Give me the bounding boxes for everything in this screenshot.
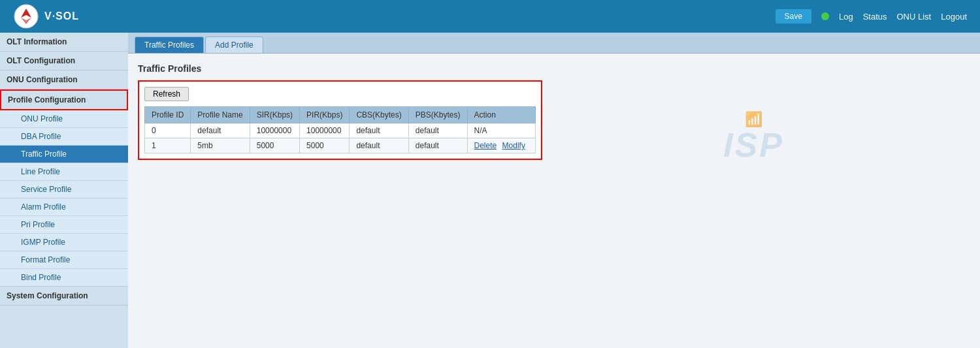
sidebar-item-format-profile[interactable]: Format Profile: [0, 251, 128, 269]
tab-add-profile[interactable]: Add Profile: [205, 37, 263, 53]
traffic-profiles-table-container: Refresh Profile ID Profile Name SIR(Kbps…: [138, 80, 542, 160]
delete-link[interactable]: Delete: [474, 141, 497, 150]
table-row: 0 default 10000000 10000000 default defa…: [145, 123, 536, 138]
sidebar-item-alarm-profile[interactable]: Alarm Profile: [0, 198, 128, 216]
modify-link[interactable]: Modify: [502, 141, 525, 150]
status-link[interactable]: Status: [863, 12, 887, 22]
cell-pir: 10000000: [300, 123, 350, 138]
cell-profile-name: 5mb: [191, 138, 250, 153]
sidebar-item-igmp-profile[interactable]: IGMP Profile: [0, 234, 128, 251]
cell-sir: 10000000: [250, 123, 299, 138]
cell-profile-id: 1: [145, 138, 191, 153]
col-header-pbs: PBS(Kbytes): [408, 107, 467, 123]
col-header-sir: SIR(Kbps): [250, 107, 299, 123]
section-title: Traffic Profiles: [138, 63, 970, 74]
vsol-logo: [13, 3, 39, 29]
log-link[interactable]: Log: [839, 12, 853, 22]
col-header-action: Action: [467, 107, 535, 123]
sidebar-item-traffic-profile[interactable]: Traffic Profile: [0, 146, 128, 163]
sidebar-item-service-profile[interactable]: Service Profile: [0, 181, 128, 198]
brand-name: V·SOL: [44, 10, 79, 22]
top-right-nav: Save Log Status ONU List Logout: [776, 9, 967, 24]
top-header: V·SOL Save Log Status ONU List Logout: [0, 0, 980, 33]
save-button[interactable]: Save: [776, 9, 811, 24]
cell-action: Delete Modify: [467, 138, 535, 153]
main-layout: OLT Information OLT Configuration ONU Co…: [0, 33, 980, 348]
refresh-button[interactable]: Refresh: [144, 87, 189, 101]
cell-pbs: default: [408, 123, 467, 138]
cell-action: N/A: [467, 123, 535, 138]
cell-cbs: default: [350, 138, 408, 153]
sidebar-item-onu-configuration[interactable]: ONU Configuration: [0, 71, 128, 89]
cell-pbs: default: [408, 138, 467, 153]
sidebar-item-olt-configuration[interactable]: OLT Configuration: [0, 52, 128, 71]
col-header-profile-name: Profile Name: [191, 107, 250, 123]
sidebar-item-olt-information[interactable]: OLT Information: [0, 33, 128, 52]
tab-traffic-profiles[interactable]: Traffic Profiles: [135, 37, 204, 53]
col-header-cbs: CBS(Kbytes): [350, 107, 408, 123]
col-header-profile-id: Profile ID: [145, 107, 191, 123]
cell-pir: 5000: [300, 138, 350, 153]
table-row: 1 5mb 5000 5000 default default Delete M…: [145, 138, 536, 153]
cell-profile-name: default: [191, 123, 250, 138]
main-content: Traffic Profiles Add Profile Traffic Pro…: [128, 33, 980, 348]
tab-bar: Traffic Profiles Add Profile: [128, 33, 980, 54]
cell-sir: 5000: [250, 138, 299, 153]
sidebar-item-system-configuration[interactable]: System Configuration: [0, 287, 128, 306]
sidebar-item-onu-profile[interactable]: ONU Profile: [0, 110, 128, 128]
logo-area: V·SOL: [13, 3, 79, 29]
cell-cbs: default: [350, 123, 408, 138]
svg-point-0: [14, 5, 38, 28]
sidebar-item-line-profile[interactable]: Line Profile: [0, 163, 128, 181]
content-area: Traffic Profiles Refresh Profile ID Prof…: [128, 54, 980, 170]
sidebar-item-profile-configuration[interactable]: Profile Configuration: [0, 89, 128, 110]
col-header-pir: PIR(Kbps): [300, 107, 350, 123]
cell-profile-id: 0: [145, 123, 191, 138]
sidebar-item-dba-profile[interactable]: DBA Profile: [0, 128, 128, 146]
status-indicator: [821, 12, 829, 20]
sidebar-item-pri-profile[interactable]: Pri Profile: [0, 216, 128, 234]
sidebar: OLT Information OLT Configuration ONU Co…: [0, 33, 128, 348]
logout-link[interactable]: Logout: [941, 12, 967, 22]
traffic-profiles-table: Profile ID Profile Name SIR(Kbps) PIR(Kb…: [144, 106, 536, 153]
onu-list-link[interactable]: ONU List: [897, 12, 932, 22]
sidebar-item-bind-profile[interactable]: Bind Profile: [0, 269, 128, 287]
